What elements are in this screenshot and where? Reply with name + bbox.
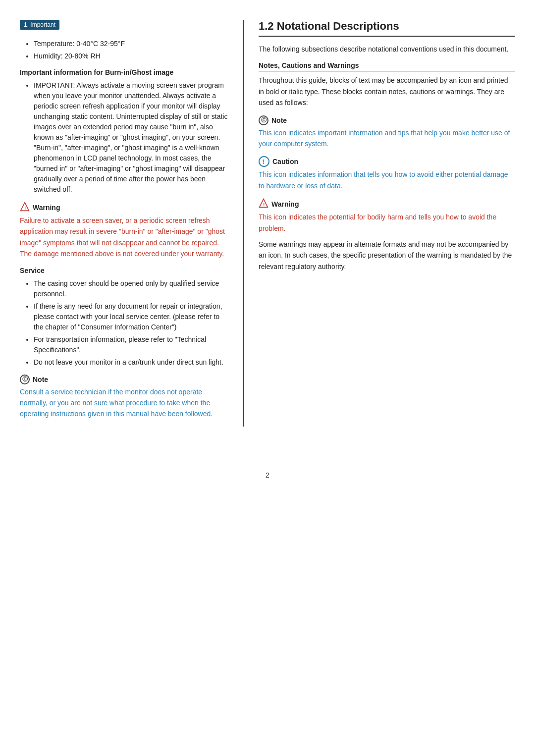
note-icon-1: Ⓒ <box>20 375 30 384</box>
temp-item: Temperature: 0-40°C 32-95°F <box>34 39 228 49</box>
warning-text-1: Failure to activate a screen saver, or a… <box>20 215 228 260</box>
service-item-3: For transportation information, please r… <box>34 334 228 355</box>
note-text-right: This icon indicates important informatio… <box>259 127 515 150</box>
warning-icon-1: ! <box>20 202 30 213</box>
section-title: 1.2 Notational Descriptions <box>259 20 515 37</box>
service-item-4: Do not leave your monitor in a car/trunk… <box>34 357 228 368</box>
intro-text: The following subsections describe notat… <box>259 44 515 54</box>
note-block-right: Ⓒ Note This icon indicates important inf… <box>259 115 515 150</box>
caution-text-right: This icon indicates information that tel… <box>259 169 515 191</box>
svg-text:!: ! <box>24 206 26 211</box>
service-list: The casing cover should be opened only b… <box>20 278 228 368</box>
note-icon-right: Ⓒ <box>259 115 268 125</box>
note-title-1: Ⓒ Note <box>20 375 228 384</box>
warning-title-1: ! Warning <box>20 202 228 213</box>
svg-text:!: ! <box>263 202 265 207</box>
warning-label-right: Warning <box>271 200 299 208</box>
burn-list: IMPORTANT: Always activate a moving scre… <box>20 80 228 195</box>
caution-block-right: ! Caution This icon indicates informatio… <box>259 156 515 191</box>
warning-text-right-2: Some warnings may appear in alternate fo… <box>259 239 515 272</box>
caution-label-right: Caution <box>272 158 298 165</box>
warning-block-right: ! Warning This icon indicates the potent… <box>259 198 515 272</box>
breadcrumb: 1. Important <box>20 20 59 30</box>
warning-title-right: ! Warning <box>259 198 515 210</box>
warning-text-right-1: This icon indicates the potential for bo… <box>259 212 515 234</box>
humidity-item: Humidity: 20-80% RH <box>34 51 228 61</box>
warning-block-1: ! Warning Failure to activate a screen s… <box>20 202 228 260</box>
warning-icon-right: ! <box>259 198 268 210</box>
burn-heading: Important information for Burn-in/Ghost … <box>20 68 228 76</box>
note-text-1: Consult a service technician if the moni… <box>20 386 228 420</box>
page-number: 2 <box>0 471 535 479</box>
svg-text:!: ! <box>263 158 265 165</box>
burn-body: IMPORTANT: Always activate a moving scre… <box>34 80 228 195</box>
warning-label-1: Warning <box>33 204 60 212</box>
caution-title-right: ! Caution <box>259 156 515 167</box>
environment-list: Temperature: 0-40°C 32-95°F Humidity: 20… <box>20 39 228 61</box>
note-label-1: Note <box>33 376 48 383</box>
service-heading: Service <box>20 267 228 274</box>
note-title-right: Ⓒ Note <box>259 115 515 125</box>
note-block-1: Ⓒ Note Consult a service technician if t… <box>20 375 228 420</box>
note-label-right: Note <box>271 116 287 124</box>
service-item-2: If there is any need for any document fo… <box>34 301 228 332</box>
service-item-1: The casing cover should be opened only b… <box>34 278 228 299</box>
caution-icon-right: ! <box>259 156 269 167</box>
notes-body: Throughout this guide, blocks of text ma… <box>259 75 515 108</box>
notes-subtitle: Notes, Cautions and Warnings <box>259 61 515 72</box>
